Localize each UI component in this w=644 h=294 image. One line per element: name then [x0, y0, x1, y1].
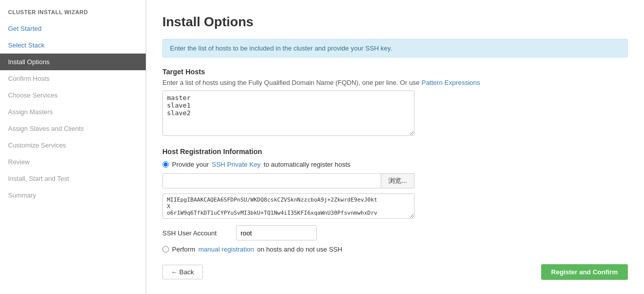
- sidebar-item-review: Review: [0, 154, 146, 170]
- ssh-user-label: SSH User Account: [162, 229, 228, 237]
- manual-registration-link[interactable]: manual registration: [198, 246, 254, 253]
- ssh-user-row: SSH User Account: [162, 225, 628, 240]
- sidebar-item-summary: Summary: [0, 187, 146, 204]
- ssh-key-radio-label-suffix: to automatically register hosts: [264, 161, 350, 168]
- bottom-bar: ← Back Register and Confirm: [162, 264, 628, 280]
- file-input-display: [162, 173, 381, 188]
- ssh-key-radio-row: Provide your SSH Private Key to automati…: [162, 161, 628, 168]
- manual-reg-prefix: Perform: [172, 246, 195, 253]
- pattern-expressions-link[interactable]: Pattern Expressions: [422, 79, 480, 86]
- ssh-user-input[interactable]: [236, 225, 317, 240]
- manual-reg-suffix: on hosts and do not use SSH: [257, 246, 342, 253]
- target-hosts-desc-text: Enter a list of hosts using the Fully Qu…: [162, 79, 422, 86]
- sidebar-item-choose-services: Choose Services: [0, 87, 146, 104]
- host-reg-title: Host Registration Information: [162, 148, 628, 156]
- manual-reg-radio-row: Perform manual registration on hosts and…: [162, 246, 628, 253]
- ssh-key-textarea[interactable]: [162, 193, 415, 219]
- hosts-textarea[interactable]: [162, 90, 415, 136]
- sidebar-title: CLUSTER INSTALL WIZARD: [0, 0, 146, 20]
- sidebar-item-confirm-hosts: Confirm Hosts: [0, 70, 146, 87]
- sidebar-item-select-stack[interactable]: Select Stack: [0, 37, 146, 54]
- page-title: Install Options: [162, 14, 628, 30]
- target-hosts-desc: Enter a list of hosts using the Fully Qu…: [162, 79, 628, 86]
- sidebar-item-customize-services: Customize Services: [0, 137, 146, 154]
- sidebar-nav: Get StartedSelect StackInstall OptionsCo…: [0, 20, 146, 204]
- sidebar: CLUSTER INSTALL WIZARD Get StartedSelect…: [0, 0, 146, 294]
- ssh-key-radio[interactable]: [162, 161, 169, 168]
- sidebar-item-assign-masters: Assign Masters: [0, 104, 146, 120]
- ssh-key-radio-label-prefix: Provide your: [172, 161, 209, 168]
- info-banner: Enter the list of hosts to be included i…: [162, 39, 628, 58]
- manual-reg-radio[interactable]: [162, 246, 169, 253]
- main-content: Install Options Enter the list of hosts …: [146, 0, 644, 294]
- sidebar-item-install-start: Install, Start and Test: [0, 170, 146, 187]
- ssh-private-key-link[interactable]: SSH Private Key: [212, 161, 261, 168]
- file-upload-row: 浏览...: [162, 173, 415, 188]
- sidebar-item-install-options[interactable]: Install Options: [0, 54, 146, 70]
- sidebar-item-assign-slaves: Assign Slaves and Clients: [0, 120, 146, 137]
- target-hosts-title: Target Hosts: [162, 68, 628, 76]
- back-button[interactable]: ← Back: [162, 265, 203, 279]
- file-browse-button[interactable]: 浏览...: [381, 173, 415, 188]
- sidebar-item-get-started[interactable]: Get Started: [0, 20, 146, 37]
- register-confirm-button[interactable]: Register and Confirm: [541, 264, 628, 280]
